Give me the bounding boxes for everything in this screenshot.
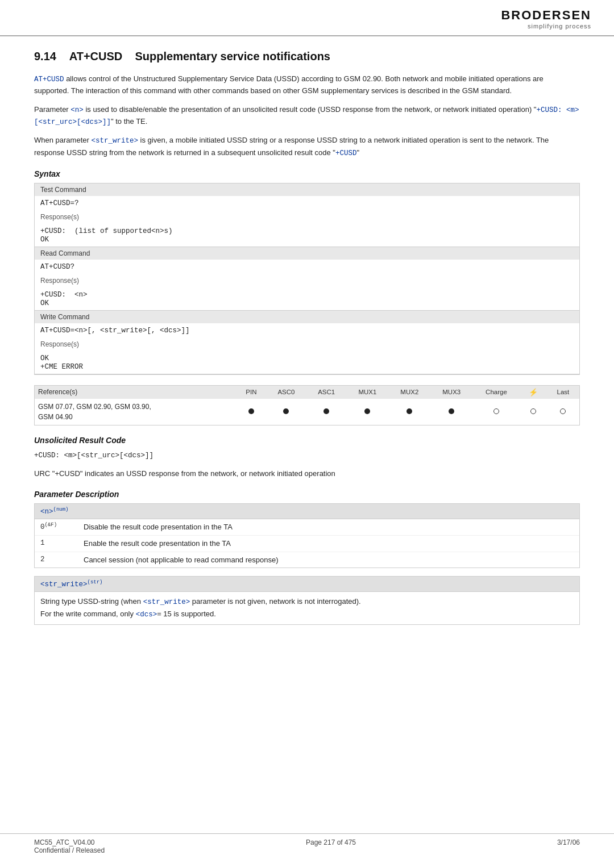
ref-col-charge: Charge xyxy=(472,385,520,399)
test-command-label: Test Command xyxy=(35,183,580,197)
page-wrapper: BRODERSEN simplifying process 9.14 AT+CU… xyxy=(0,0,614,868)
param-n-val-2: Cancel session (not applicable to read c… xyxy=(84,554,279,566)
unsolicited-description: URC "+CUSD" indicates an USSD response f… xyxy=(34,468,580,479)
write-response-row: OK +CME ERROR xyxy=(35,351,580,374)
main-content: 9.14 AT+CUSD Supplementary service notif… xyxy=(0,36,614,656)
read-response-row: +CUSD: <n> OK xyxy=(35,287,580,310)
param-strwrite-desc: String type USSD-string (when <str_write… xyxy=(35,592,579,624)
section-title: AT+CUSD xyxy=(69,50,123,62)
brand-tagline: simplifying process xyxy=(501,23,591,30)
footer-page: Page 217 of 475 xyxy=(306,838,356,854)
ref-pin-val xyxy=(237,399,266,425)
footer-date: 3/17/06 xyxy=(557,838,580,854)
write-command-label: Write Command xyxy=(35,311,580,323)
param-n-table: <n>(num) 0(&F) Disable the result code p… xyxy=(34,503,580,568)
section-heading: 9.14 AT+CUSD Supplementary service notif… xyxy=(34,50,580,63)
param-strwrite-table: <str_write>(str) String type USSD-string… xyxy=(34,576,580,625)
command-table: Test Command AT+CUSD=? Response(s) +CUSD… xyxy=(34,183,580,375)
param-n-body: 0(&F) Disable the result code presentati… xyxy=(35,519,579,567)
ref-label: Reference(s) xyxy=(35,385,237,399)
footer-doc-id: MC55_ATC_V04.00 xyxy=(34,838,95,846)
param-n-val-0: Disable the result code presentation in … xyxy=(84,521,233,533)
ref-asc1-val xyxy=(306,399,347,425)
brand-name: BRODERSEN xyxy=(501,8,591,23)
atcusd-link-1[interactable]: AT+CUSD xyxy=(34,76,64,84)
circle-pin xyxy=(248,408,254,414)
test-command-header-row: Test Command xyxy=(35,183,580,197)
section-number: 9.14 xyxy=(34,50,56,62)
test-response-row: +CUSD: (list of supported<n>s) OK xyxy=(35,224,580,247)
param-n-ref: <n> xyxy=(70,106,84,114)
write-command-code: AT+CUSD=<n>[, <str_write>[, <dcs>]] xyxy=(35,323,580,337)
ref-col-asc1: ASC1 xyxy=(306,385,347,399)
page-footer: MC55_ATC_V04.00 Confidential / Released … xyxy=(0,833,614,854)
param-strwrite-ref: <str_write> xyxy=(91,137,138,145)
circle-mux3 xyxy=(449,408,454,414)
read-response-code: +CUSD: <n> OK xyxy=(35,287,580,310)
divider-3 xyxy=(35,374,580,374)
test-command-code: AT+CUSD=? xyxy=(35,196,580,210)
paragraph-3: When parameter <str_write> is given, a m… xyxy=(34,135,580,159)
param-n-key-0: 0(&F) xyxy=(40,521,74,533)
ref-mux1-val xyxy=(347,399,389,425)
param-strwrite-header: <str_write>(str) xyxy=(35,577,579,592)
param-desc-title: Parameter Description xyxy=(34,490,580,499)
logo-area: BRODERSEN simplifying process xyxy=(501,8,591,30)
circle-signal xyxy=(530,408,536,414)
read-response-label: Response(s) xyxy=(35,274,580,287)
circle-charge xyxy=(493,408,499,414)
section-subtitle: Supplementary service notifications xyxy=(135,50,330,62)
ref-col-asc0: ASC0 xyxy=(266,385,306,399)
paragraph-1: AT+CUSD allows control of the Unstructur… xyxy=(34,73,580,97)
ref-col-signal: ⚡ xyxy=(520,385,547,399)
unsolicited-title: Unsolicited Result Code xyxy=(34,436,580,445)
page-header: BRODERSEN simplifying process xyxy=(0,0,614,36)
param-n-row-1: 1 Enable the result code presentation in… xyxy=(35,536,579,552)
ref-col-mux2: MUX2 xyxy=(388,385,430,399)
write-command-header-row: Write Command xyxy=(35,311,580,323)
ref-refs-text: GSM 07.07, GSM 02.90, GSM 03.90,GSM 04.9… xyxy=(35,399,237,425)
ref-col-pin: PIN xyxy=(237,385,266,399)
footer-left: MC55_ATC_V04.00 Confidential / Released xyxy=(34,838,105,854)
write-response-label: Response(s) xyxy=(35,337,580,351)
circle-last xyxy=(560,408,566,414)
ref-data-row: GSM 07.07, GSM 02.90, GSM 03.90,GSM 04.9… xyxy=(35,399,580,425)
circle-asc0 xyxy=(283,408,289,414)
test-response-label: Response(s) xyxy=(35,210,580,224)
write-command-row: AT+CUSD=<n>[, <str_write>[, <dcs>]] xyxy=(35,323,580,337)
ref-mux3-val xyxy=(430,399,472,425)
paragraph-2: Parameter <n> is used to disable/enable … xyxy=(34,104,580,128)
test-command-row: AT+CUSD=? xyxy=(35,196,580,210)
circle-asc1 xyxy=(323,408,329,414)
param-n-key-1: 1 xyxy=(40,538,74,549)
syntax-title: Syntax xyxy=(34,169,580,178)
read-command-code: AT+CUSD? xyxy=(35,260,580,274)
read-command-label: Read Command xyxy=(35,247,580,260)
param-n-row-2: 2 Cancel session (not applicable to read… xyxy=(35,552,579,568)
write-response-label-row: Response(s) xyxy=(35,337,580,351)
param-n-key-2: 2 xyxy=(40,554,74,566)
param-n-header: <n>(num) xyxy=(35,504,579,519)
ref-last-val xyxy=(547,399,580,425)
write-response-code: OK +CME ERROR xyxy=(35,351,580,374)
reference-table: Reference(s) PIN ASC0 ASC1 MUX1 MUX2 MUX… xyxy=(34,385,580,425)
circle-mux2 xyxy=(406,408,412,414)
ref-col-last: Last xyxy=(547,385,580,399)
footer-status: Confidential / Released xyxy=(34,846,105,854)
ref-col-mux1: MUX1 xyxy=(347,385,389,399)
circle-mux1 xyxy=(364,408,370,414)
ref-asc0-val xyxy=(266,399,306,425)
test-response-label-row: Response(s) xyxy=(35,210,580,224)
unsolicited-code: +CUSD: <m>[<str_urc>[<dcs>]] xyxy=(34,449,580,461)
param-n-val-1: Enable the result code presentation in t… xyxy=(84,538,231,549)
read-command-header-row: Read Command xyxy=(35,247,580,260)
ref-signal-val xyxy=(520,399,547,425)
param-n-row-0: 0(&F) Disable the result code presentati… xyxy=(35,519,579,536)
read-command-row: AT+CUSD? xyxy=(35,260,580,274)
ref-header-row: Reference(s) PIN ASC0 ASC1 MUX1 MUX2 MUX… xyxy=(35,385,580,399)
ref-charge-val xyxy=(472,399,520,425)
ref-col-mux3: MUX3 xyxy=(430,385,472,399)
test-response-code: +CUSD: (list of supported<n>s) OK xyxy=(35,224,580,247)
read-response-label-row: Response(s) xyxy=(35,274,580,287)
param-strwrite-body: String type USSD-string (when <str_write… xyxy=(35,592,579,624)
